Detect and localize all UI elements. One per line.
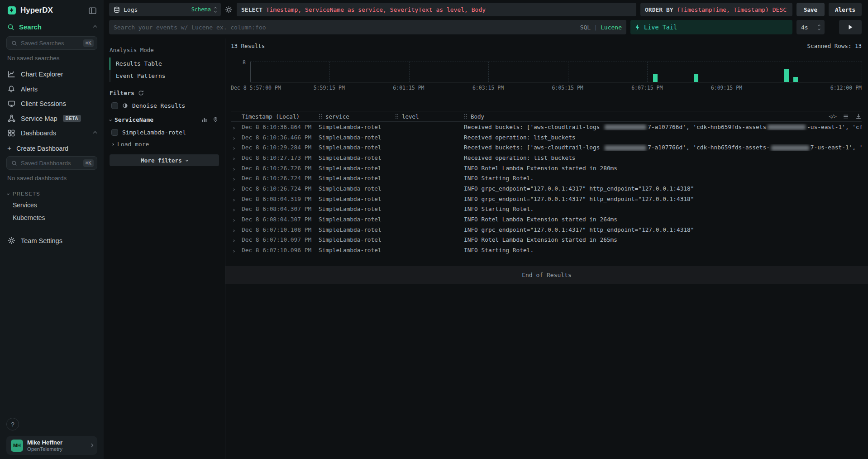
saved-dashboards-box[interactable]: ⌘K [6, 156, 97, 170]
chevron-up-icon[interactable] [93, 131, 97, 135]
column-drag-handle-icon[interactable] [464, 114, 467, 119]
column-drag-handle-icon[interactable] [395, 114, 399, 119]
sidebar-item-chart-explorer[interactable]: Chart Explorer [0, 67, 104, 81]
live-tail-button[interactable]: Live Tail [630, 20, 792, 34]
download-icon[interactable] [855, 113, 862, 120]
table-row[interactable]: Dec 8 6:10:26.724 PM SimpleLambda-rotel … [231, 173, 862, 183]
chart-gridline [727, 62, 727, 82]
expand-row-icon[interactable] [232, 250, 235, 253]
saved-searches-empty-text: No saved searches [0, 53, 104, 67]
table-row[interactable]: Dec 8 6:07:10.097 PM SimpleLambda-rotel … [231, 235, 862, 245]
sidebar-item-team-settings[interactable]: Team Settings [0, 233, 104, 248]
search-input[interactable] [114, 24, 577, 31]
chart-tick-label: 6:01:15 PM [393, 85, 424, 91]
pin-icon[interactable] [213, 117, 218, 123]
column-header-body[interactable]: Body [464, 113, 862, 120]
create-dashboard-button[interactable]: + Create Dashboard [0, 140, 104, 155]
saved-dashboards-input[interactable] [21, 160, 80, 167]
presets-section-header[interactable]: PRESETS [0, 186, 104, 199]
table-row[interactable]: Dec 8 6:08:04.307 PM SimpleLambda-rotel … [231, 204, 862, 215]
mode-event-patterns[interactable]: Event Patterns [110, 70, 219, 82]
sql-toggle[interactable]: SQL [580, 24, 591, 31]
table-row[interactable]: Dec 8 6:10:36.466 PM SimpleLambda-rotel … [231, 132, 862, 143]
row-timestamp: Dec 8 6:10:36.466 PM [242, 134, 319, 141]
column-header-timestamp[interactable]: Timestamp (Local) [242, 113, 319, 120]
schema-link[interactable]: Schema [191, 6, 211, 13]
order-by-editor[interactable]: ORDER BY (TimestampTime, Timestamp) DESC [640, 3, 792, 16]
expand-row-icon[interactable] [232, 209, 235, 212]
row-density-icon[interactable] [843, 114, 849, 120]
table-row[interactable]: Dec 8 6:08:04.307 PM SimpleLambda-rotel … [231, 214, 862, 225]
table-row[interactable]: Dec 8 6:10:36.864 PM SimpleLambda-rotel … [231, 122, 862, 132]
table-header-actions: </> [829, 111, 862, 121]
expand-row-icon[interactable] [232, 168, 235, 171]
expand-row-icon[interactable] [232, 240, 235, 243]
sidebar-item-service-map[interactable]: Service Map BETA [0, 111, 104, 126]
column-header-service[interactable]: service [319, 113, 395, 120]
facet-value-checkbox[interactable] [111, 129, 118, 136]
expand-row-icon[interactable] [232, 178, 235, 181]
source-select[interactable]: Logs Schema [109, 3, 221, 16]
refresh-icon[interactable] [138, 90, 144, 96]
histogram-bar[interactable] [694, 74, 698, 82]
expand-row-icon[interactable] [232, 147, 235, 150]
expand-row-icon[interactable] [232, 230, 235, 232]
histogram-bar[interactable] [793, 77, 798, 82]
expand-row-icon[interactable] [232, 188, 235, 191]
chevron-up-icon[interactable] [93, 25, 97, 29]
facet-value-row[interactable]: SimpleLambda-rotel [110, 129, 219, 136]
expand-row-icon[interactable] [232, 199, 235, 201]
source-settings-gear-icon[interactable] [225, 6, 233, 14]
table-row[interactable]: Dec 8 6:07:10.108 PM SimpleLambda-rotel … [231, 225, 862, 235]
denoise-results-option[interactable]: Denoise Results [110, 102, 219, 109]
code-view-icon[interactable]: </> [829, 114, 836, 120]
table-row[interactable]: Dec 8 6:08:04.319 PM SimpleLambda-rotel … [231, 194, 862, 204]
sidebar: HyperDX Search ⌘K No saved searches [0, 0, 104, 459]
table-row[interactable]: Dec 8 6:10:27.173 PM SimpleLambda-rotel … [231, 153, 862, 163]
table-row[interactable]: Dec 8 6:10:26.726 PM SimpleLambda-rotel … [231, 163, 862, 173]
row-body: Received operation: list_buckets [464, 154, 862, 161]
expand-row-icon[interactable] [232, 158, 235, 160]
body-text: INFO Rotel Lambda Extension started in 2… [464, 216, 617, 223]
row-body: INFO Rotel Lambda Extension started in 2… [464, 216, 862, 223]
help-button[interactable]: ? [6, 418, 19, 430]
column-header-level[interactable]: level [395, 113, 464, 120]
sidebar-item-client-sessions[interactable]: Client Sessions [0, 96, 104, 111]
facet-servicename-header[interactable]: ServiceName [110, 116, 219, 123]
table-row[interactable]: Dec 8 6:10:29.284 PM SimpleLambda-rotel … [231, 142, 862, 153]
select-clause-editor[interactable]: SELECT Timestamp, ServiceName as service… [237, 3, 636, 16]
mini-bar-chart-icon[interactable] [201, 117, 207, 123]
expand-row-icon[interactable] [232, 137, 235, 140]
column-drag-handle-icon[interactable] [319, 114, 322, 119]
saved-searches-input[interactable] [21, 40, 80, 47]
preset-item-services[interactable]: Services [0, 199, 104, 211]
histogram-bar[interactable] [653, 74, 658, 82]
table-row[interactable]: Dec 8 6:07:10.096 PM SimpleLambda-rotel … [231, 245, 862, 255]
event-search-field[interactable]: SQL | Lucene [109, 20, 626, 34]
save-button[interactable]: Save [796, 3, 825, 16]
row-timestamp: Dec 8 6:10:26.726 PM [242, 165, 319, 172]
collapse-sidebar-icon[interactable] [89, 7, 96, 14]
sidebar-section-search[interactable]: Search [0, 18, 104, 35]
saved-searches-box[interactable]: ⌘K [6, 36, 97, 50]
mode-results-table[interactable]: Results Table [110, 57, 219, 70]
row-body: INFO Rotel Lambda Extension started in 2… [464, 236, 862, 243]
redacted-text [768, 124, 806, 130]
stepper-chevrons-icon[interactable] [818, 25, 820, 30]
more-filters-button[interactable]: More filters [110, 154, 219, 166]
row-service: SimpleLambda-rotel [319, 216, 395, 223]
sidebar-item-dashboards[interactable]: Dashboards [0, 126, 104, 140]
lucene-toggle[interactable]: Lucene [601, 24, 622, 31]
sidebar-item-alerts[interactable]: Alerts [0, 81, 104, 96]
histogram-bar[interactable] [784, 69, 789, 82]
user-menu[interactable]: MH Mike Heffner OpenTelemetry [6, 436, 97, 455]
preset-item-kubernetes[interactable]: Kubernetes [0, 211, 104, 224]
denoise-checkbox[interactable] [111, 102, 118, 109]
expand-row-icon[interactable] [232, 219, 235, 222]
run-query-button[interactable] [839, 20, 862, 34]
load-more-button[interactable]: Load more [110, 141, 219, 148]
table-row[interactable]: Dec 8 6:10:26.724 PM SimpleLambda-rotel … [231, 183, 862, 194]
alerts-button[interactable]: Alerts [829, 3, 862, 16]
refresh-interval-select[interactable]: 4s [796, 20, 825, 34]
expand-row-icon[interactable] [232, 127, 235, 129]
